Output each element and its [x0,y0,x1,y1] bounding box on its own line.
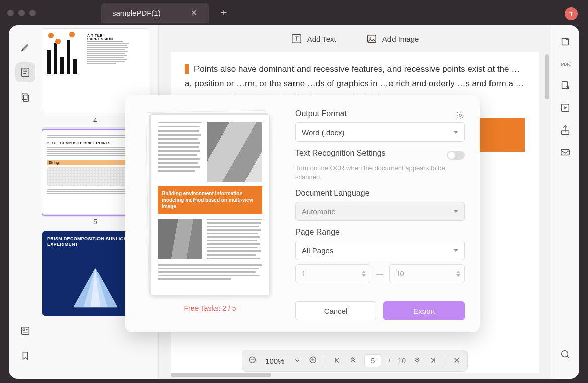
free-tasks-label: Free Tasks: 2 / 5 [184,304,236,312]
svg-rect-2 [23,95,28,101]
mail-icon[interactable] [560,147,571,158]
range-from-input[interactable]: 1 [295,264,370,283]
next-page-button[interactable] [413,356,422,366]
horizontal-scrollbar[interactable] [171,373,271,377]
ocr-toggle[interactable] [447,151,465,160]
output-format-select[interactable]: Word (.docx) [295,122,465,142]
page-controls: 100% 5 / 10 [242,350,468,372]
range-to-input[interactable]: 10 [389,264,465,283]
svg-point-19 [562,351,568,357]
preview-banner: Building environment information modelin… [158,186,262,214]
settings-gear-icon[interactable] [456,111,465,121]
close-controls-button[interactable] [452,356,461,366]
add-text-label: Add Text [307,35,336,43]
export-dialog: Building environment information modelin… [125,95,480,332]
zoom-in-button[interactable] [309,356,318,366]
new-tab-button[interactable]: + [221,6,227,19]
page-range-select[interactable]: All Pages [295,241,465,260]
svg-rect-3 [22,327,29,335]
lock-page-icon[interactable] [560,80,571,91]
svg-rect-9 [368,35,376,43]
export-preview: Building environment information modelin… [140,109,280,320]
svg-text:PDF/A: PDF/A [561,62,571,67]
page-sep: / [388,357,390,365]
close-window[interactable] [7,10,14,16]
window-titlebar: samplePDF(1) ✕ + [0,0,588,25]
ocr-help: Turn on the OCR when the document appear… [295,164,465,182]
minimize-window[interactable] [18,10,25,16]
edit-toolbar: Add Text Add Image [159,25,551,52]
accent-bar [185,64,189,74]
export-label: Export [413,307,435,315]
add-text-button[interactable]: Add Text [291,33,336,44]
stepper-icon[interactable] [456,271,460,277]
app-window: A TITLE EXPRESSION 4 [9,25,579,379]
add-image-button[interactable]: Add Image [366,33,419,44]
svg-rect-15 [562,82,568,89]
page-range-label: Page Range [295,228,465,237]
cancel-label: Cancel [324,307,348,315]
chevron-down-icon [453,249,458,252]
svg-rect-4 [23,329,25,330]
zoom-dropdown-icon[interactable] [292,356,302,366]
close-tab-icon[interactable]: ✕ [191,8,198,17]
vertical-scrollbar[interactable] [545,54,549,99]
language-select[interactable]: Automatic [295,202,465,221]
zoom-level[interactable]: 100% [264,357,285,365]
export-button[interactable]: Export [383,301,465,320]
output-format-value: Word (.docx) [302,128,345,137]
traffic-lights [7,10,36,16]
svg-point-20 [459,114,462,116]
ocr-label: Text Recognition Settings [295,149,386,158]
first-page-button[interactable] [332,356,341,366]
highlighter-tool-icon[interactable] [15,37,35,57]
range-to-value: 10 [396,270,404,278]
last-page-button[interactable] [429,356,438,366]
stepper-icon[interactable] [362,271,366,277]
output-format-label: Output Format [295,109,347,118]
tab-title: samplePDF(1) [112,9,161,17]
range-dash: — [376,270,383,278]
language-label: Document Language [295,189,465,198]
pages-tool-icon[interactable] [15,87,35,107]
preview-image [158,219,202,259]
share-icon[interactable] [560,124,571,136]
right-rail: PDF/A [551,25,579,379]
pdfa-icon[interactable]: PDF/A [560,58,571,69]
avatar-letter: T [569,10,573,18]
zoom-out-button[interactable] [248,356,257,366]
thumbnails-panel-icon[interactable] [15,62,35,82]
document-tab[interactable]: samplePDF(1) ✕ [101,3,209,23]
rotate-icon[interactable] [560,36,571,47]
svg-rect-18 [561,150,570,155]
svg-rect-0 [22,68,29,77]
form-tool-icon[interactable] [15,321,35,341]
avatar[interactable]: T [565,7,578,20]
page-range-value: All Pages [302,246,333,255]
svg-point-10 [369,37,371,39]
language-value: Automatic [302,207,335,216]
page-total: 10 [398,357,406,365]
bookmark-tool-icon[interactable] [15,346,35,366]
svg-rect-1 [22,93,27,100]
prev-page-button[interactable] [348,356,357,366]
export-settings: Output Format Word (.docx) Text Recognit… [295,109,465,320]
range-from-value: 1 [302,270,306,278]
chevron-down-icon [453,210,458,213]
chevron-down-icon [453,131,458,134]
play-page-icon[interactable] [560,102,571,113]
add-image-label: Add Image [382,35,419,43]
cancel-button[interactable]: Cancel [295,301,376,320]
current-page-input[interactable]: 5 [364,354,381,367]
left-rail [9,25,42,379]
zoom-window[interactable] [29,10,36,16]
preview-image [207,122,262,182]
search-icon[interactable] [560,349,571,360]
